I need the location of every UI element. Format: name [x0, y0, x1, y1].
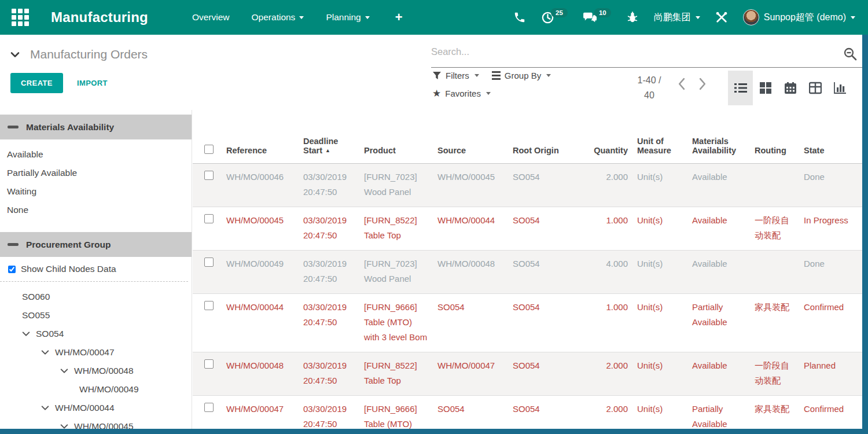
avatar [743, 9, 759, 25]
chevron-down-icon [696, 16, 700, 19]
menu-overview[interactable]: Overview [192, 12, 230, 23]
cell-deadline: 03/30/2019 20:47:50 [299, 293, 359, 352]
cell-root-origin: SO054 [508, 163, 575, 207]
menu-planning[interactable]: Planning [326, 12, 369, 23]
favorites-menu[interactable]: ★ Favorites [432, 87, 491, 100]
table-row[interactable]: WH/MO/0004603/30/2019 20:47:50[FURN_7023… [193, 163, 862, 207]
minus-icon [8, 243, 19, 246]
sidebar-section-procurement-group[interactable]: Procurement Group [0, 232, 192, 257]
create-button[interactable]: CREATE [10, 73, 63, 93]
tree-item[interactable]: WH/MO/00044 [0, 399, 192, 417]
table-row[interactable]: WH/MO/0004903/30/2019 20:47:50[FURN_7023… [193, 250, 862, 293]
calendar-view-button[interactable] [778, 71, 803, 105]
chevron-down-icon[interactable] [60, 424, 68, 429]
chevron-down-icon[interactable] [41, 405, 49, 411]
column-product[interactable]: Product [359, 110, 433, 163]
tree-item-label: SO055 [22, 306, 50, 325]
tree-item[interactable]: SO054 [0, 325, 192, 343]
row-checkbox[interactable] [204, 359, 214, 369]
tree-item[interactable]: WH/MO/00045 [0, 417, 192, 429]
show-child-nodes-checkbox[interactable] [8, 266, 16, 273]
pivot-view-button[interactable] [803, 71, 827, 105]
sidebar-filter-item[interactable]: Partially Available [7, 164, 192, 182]
row-checkbox[interactable] [204, 214, 214, 223]
table-row[interactable]: WH/MO/0004503/30/2019 20:47:50[FURN_8522… [193, 207, 862, 250]
cell-reference: WH/MO/00045 [222, 207, 299, 250]
cell-reference: WH/MO/00044 [222, 293, 299, 352]
table-row[interactable]: WH/MO/0004803/30/2019 20:47:50[FURN_8522… [193, 352, 862, 395]
sidebar-section-materials-availability[interactable]: Materials Availability [0, 115, 192, 139]
column-reference[interactable]: Reference [222, 110, 299, 163]
tree-item[interactable]: WH/MO/00049 [0, 380, 192, 399]
row-checkbox[interactable] [204, 403, 214, 412]
cell-root-origin: SO054 [508, 352, 575, 395]
tree-item[interactable]: SO055 [0, 306, 192, 325]
horizontal-scrollbar[interactable] [0, 429, 868, 434]
select-all-checkbox[interactable] [204, 145, 214, 154]
column-routing[interactable]: Routing [750, 110, 799, 163]
cell-state: Planned [799, 352, 862, 395]
chevron-down-icon [486, 92, 491, 95]
add-menu-button[interactable]: + [395, 10, 403, 25]
chevron-down-icon[interactable] [60, 368, 68, 374]
chevron-down-icon [299, 16, 304, 19]
list-view-button[interactable] [728, 71, 753, 105]
row-checkbox[interactable] [204, 258, 214, 267]
apps-grid-icon[interactable] [12, 9, 29, 26]
sidebar-filter-item[interactable]: Available [7, 145, 192, 164]
table-row[interactable]: WH/MO/0004703/30/2019 20:47:50[FURN_9666… [193, 395, 862, 429]
cell-state: Confirmed [799, 293, 862, 352]
activity-clock-icon[interactable]: 25 [541, 11, 568, 24]
tree-item[interactable]: WH/MO/00048 [0, 362, 192, 380]
cell-state: Confirmed [799, 395, 862, 429]
menu-operations[interactable]: Operations [252, 12, 304, 23]
cell-uom: Unit(s) [632, 250, 687, 293]
search-icon[interactable] [843, 46, 858, 61]
column-root-origin[interactable]: Root Origin [508, 110, 575, 163]
cell-product: [FURN_9666] Table (MTO) with 3 level Bom [359, 293, 433, 352]
import-button[interactable]: IMPORT [77, 79, 108, 87]
control-panel: Manufacturing Orders CREATE IMPORT Filte… [0, 35, 868, 110]
chevron-down-icon [851, 16, 855, 19]
messages-chat-icon[interactable]: 10 [583, 11, 611, 24]
star-icon: ★ [432, 87, 441, 100]
list-icon [734, 82, 748, 94]
row-checkbox[interactable] [204, 171, 214, 180]
chevron-down-icon[interactable] [22, 331, 30, 337]
column-quantity[interactable]: Quantity [575, 110, 632, 163]
pager-previous-button[interactable] [677, 78, 686, 90]
row-checkbox[interactable] [204, 301, 214, 310]
tools-icon[interactable] [715, 11, 728, 24]
column-unit-of-measure[interactable]: Unit ofMeasure [632, 110, 687, 163]
company-switcher[interactable]: 尚鹏集团 [654, 12, 700, 24]
group-by-menu[interactable]: Group By [492, 71, 551, 80]
phone-icon[interactable] [513, 11, 526, 24]
orders-table-body: WH/MO/0004603/30/2019 20:47:50[FURN_7023… [193, 163, 862, 429]
top-menu: Overview Operations Planning + [192, 10, 403, 25]
column-source[interactable]: Source [433, 110, 508, 163]
kanban-view-button[interactable] [753, 71, 778, 105]
pager-next-button[interactable] [698, 78, 707, 90]
column-materials-availability[interactable]: MaterialsAvailability [687, 110, 750, 163]
cell-reference: WH/MO/00048 [222, 352, 299, 395]
column-state[interactable]: State [799, 110, 862, 163]
search-input[interactable] [431, 43, 843, 61]
row-checkbox-cell [193, 207, 222, 250]
filters-menu[interactable]: Filters [432, 71, 479, 80]
tree-item[interactable]: SO060 [0, 288, 192, 306]
tree-item[interactable]: WH/MO/00047 [0, 343, 192, 362]
table-row[interactable]: WH/MO/0004403/30/2019 20:47:50[FURN_9666… [193, 293, 862, 352]
sidebar-filter-item[interactable]: None [7, 201, 192, 219]
sidebar-filter-item[interactable]: Waiting [7, 182, 192, 201]
column-deadline-start[interactable]: Deadline Start▲ [299, 110, 359, 163]
tree-item-label: WH/MO/00048 [74, 362, 134, 380]
cell-uom: Unit(s) [632, 395, 687, 429]
chevron-down-icon[interactable] [41, 350, 49, 355]
graph-view-button[interactable] [827, 71, 852, 105]
bug-icon[interactable] [626, 11, 639, 24]
breadcrumb-collapse-icon[interactable] [10, 52, 20, 58]
vertical-scrollbar[interactable] [862, 35, 868, 429]
cell-quantity: 2.000 [575, 395, 632, 429]
tree-item-label: WH/MO/00045 [74, 417, 134, 429]
user-menu[interactable]: Sunpop超管 (demo) [743, 9, 855, 25]
